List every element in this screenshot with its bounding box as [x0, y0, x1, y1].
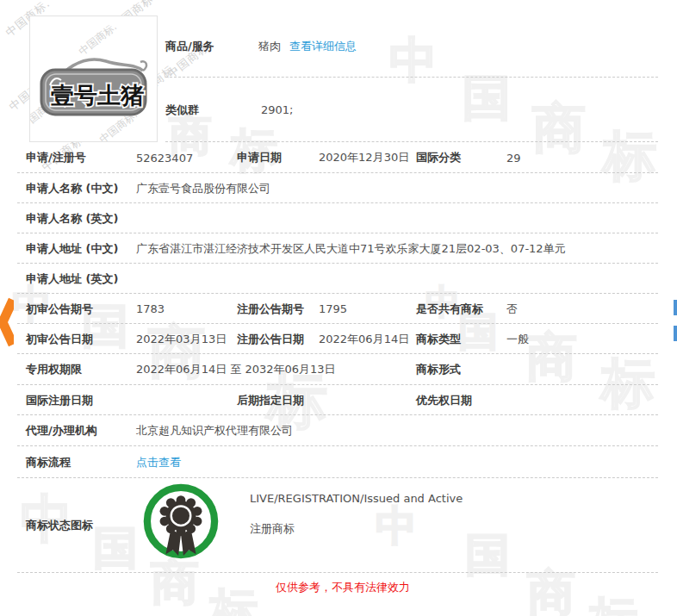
status-text-en: LIVE/REGISTRATION/Issued and Active — [250, 492, 463, 505]
first-pub-no-label: 初审公告期号 — [26, 294, 93, 324]
watermark-glyph: 商 — [527, 569, 575, 616]
reg-no-label: 申请/注册号 — [26, 142, 86, 173]
side-widget-bar[interactable] — [674, 300, 677, 315]
intl-class-label: 国际分类 — [416, 142, 461, 173]
process-label: 商标流程 — [26, 446, 71, 478]
row-reg-no: 申请/注册号 52623407 申请日期 2020年12月30日 国际分类 29 — [0, 142, 677, 173]
priority-date-label: 优先权日期 — [416, 385, 472, 415]
first-pub-date-label: 初审公告日期 — [26, 324, 93, 354]
reg-pub-no-label: 注册公告期号 — [237, 294, 304, 324]
intl-reg-date-label: 国际注册日期 — [26, 385, 93, 415]
applicant-name-en-value — [136, 203, 651, 233]
intl-class-value: 29 — [506, 142, 521, 173]
reg-pub-no-value: 1795 — [319, 294, 347, 324]
applicant-name-cn-value: 广东壹号食品股份有限公司 — [136, 173, 651, 203]
tm-type-label: 商标类型 — [416, 324, 461, 354]
row-pub-dates: 初审公告日期 2022年03月13日 注册公告日期 2022年06月14日 商标… — [0, 324, 677, 354]
logo-watermark-text: 中国商标. — [77, 21, 119, 58]
applicant-addr-cn-value: 广东省湛江市湛江经济技术开发区人民大道中71号欢乐家大厦21层02-03、07-… — [136, 233, 651, 264]
disclaimer-text: 仅供参考，不具有法律效力 — [276, 580, 410, 595]
goods-label: 商品/服务 — [165, 16, 214, 78]
row-intl-dates: 国际注册日期 后期指定日期 优先权日期 — [0, 385, 677, 415]
watermark-glyph: 标 — [589, 596, 637, 616]
right-period-label: 专用权期限 — [26, 354, 82, 385]
applicant-addr-en-label: 申请人地址 (英文) — [26, 264, 118, 294]
registered-status-icon — [143, 482, 219, 563]
process-view-link[interactable]: 点击查看 — [136, 446, 181, 478]
reg-pub-date-label: 注册公告日期 — [237, 324, 304, 354]
row-pub-numbers: 初审公告期号 1783 注册公告期号 1795 是否共有商标 否 — [0, 294, 677, 324]
trademark-image[interactable]: 中国商标. 中国商标. 中国商标. 壹号土猪 — [29, 16, 158, 142]
status-label: 商标状态图标 — [26, 478, 93, 573]
shared-trademark-label: 是否共有商标 — [416, 294, 483, 324]
row-agency: 代理/办理机构 北京超凡知识产权代理有限公司 — [0, 415, 677, 446]
row-applicant-name-cn: 申请人名称 (中文) 广东壹号食品股份有限公司 — [0, 173, 677, 203]
collapse-chevron-icon[interactable] — [0, 297, 14, 347]
row-right-period: 专用权期限 2022年06月14日 至 2032年06月13日 商标形式 — [0, 354, 677, 385]
row-applicant-name-en: 申请人名称 (英文) — [0, 203, 677, 233]
trademark-logo-graphic: 中国商标. 中国商标. 中国商标. 壹号土猪 — [30, 16, 157, 141]
side-widget-bar[interactable] — [674, 326, 677, 341]
goods-value: 猪肉 — [258, 16, 281, 78]
first-pub-no-value: 1783 — [136, 294, 165, 324]
similar-group-label: 类似群 — [165, 78, 199, 142]
row-status: 商标状态图标 LIVE/REGISTRATION/Issued and Acti… — [0, 478, 677, 573]
row-process: 商标流程 点击查看 — [0, 446, 677, 478]
status-text-cn: 注册商标 — [250, 521, 295, 537]
first-pub-date-value: 2022年03月13日 — [136, 324, 227, 354]
agency-value: 北京超凡知识产权代理有限公司 — [136, 415, 651, 446]
later-designation-date-label: 后期指定日期 — [237, 385, 304, 415]
watermark-glyph: 标 — [209, 588, 258, 616]
applicant-name-cn-label: 申请人名称 (中文) — [26, 173, 118, 203]
applicant-name-en-label: 申请人名称 (英文) — [26, 203, 118, 233]
reg-pub-date-value: 2022年06月14日 — [319, 324, 409, 354]
applicant-addr-cn-label: 申请人地址 (中文) — [26, 233, 118, 264]
tm-type-value: 一般 — [506, 324, 529, 354]
shared-trademark-value: 否 — [506, 294, 518, 324]
tm-form-label: 商标形式 — [416, 354, 461, 385]
right-period-value: 2022年06月14日 至 2032年06月13日 — [136, 354, 413, 385]
apply-date-label: 申请日期 — [237, 142, 282, 173]
agency-label: 代理/办理机构 — [26, 415, 97, 446]
similar-group-value: 2901; — [261, 78, 293, 142]
row-applicant-addr-en: 申请人地址 (英文) — [0, 264, 677, 294]
logo-text: 壹号土猪 — [51, 82, 145, 109]
goods-detail-link[interactable]: 查看详细信息 — [289, 16, 357, 78]
row-applicant-addr-cn: 申请人地址 (中文) 广东省湛江市湛江经济技术开发区人民大道中71号欢乐家大厦2… — [0, 233, 677, 264]
reg-no-value: 52623407 — [136, 142, 193, 173]
apply-date-value: 2020年12月30日 — [319, 142, 409, 173]
applicant-addr-en-value — [136, 264, 651, 294]
